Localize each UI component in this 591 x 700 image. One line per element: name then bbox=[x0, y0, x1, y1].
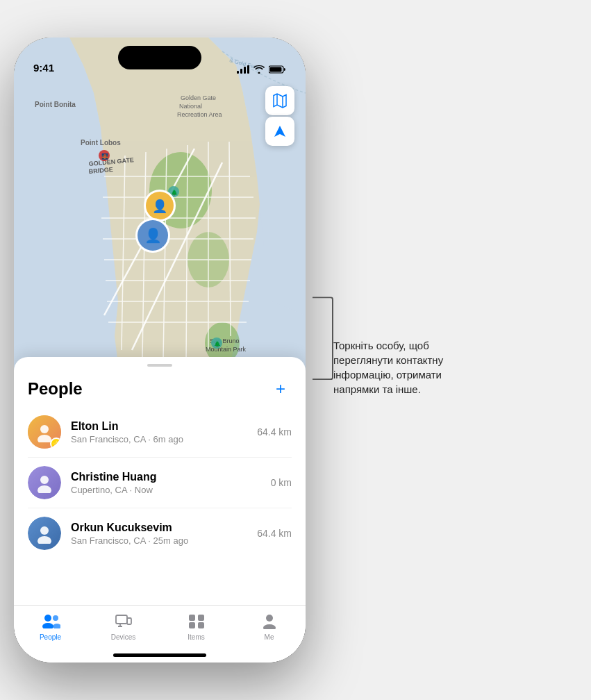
svg-point-73 bbox=[263, 624, 276, 629]
svg-text:National: National bbox=[179, 103, 202, 110]
add-person-button[interactable]: + bbox=[269, 378, 292, 400]
svg-point-58 bbox=[40, 526, 49, 535]
avatar-christine-icon bbox=[34, 472, 55, 493]
svg-point-62 bbox=[53, 615, 58, 621]
tab-people[interactable]: People bbox=[14, 611, 87, 641]
me-icon bbox=[260, 611, 279, 631]
location-button[interactable] bbox=[265, 117, 294, 146]
svg-point-72 bbox=[266, 615, 273, 622]
svg-rect-3 bbox=[247, 65, 249, 74]
status-time: 9:41 bbox=[33, 62, 54, 74]
svg-text:👤: 👤 bbox=[144, 227, 162, 244]
person-name-christine: Christine Huang bbox=[71, 471, 271, 483]
signal-icon bbox=[237, 65, 249, 74]
annotation-text: Торкніть особу, щоб переглянути контактн… bbox=[333, 338, 486, 397]
person-info-elton: Elton Lin San Francisco, CA · 6m ago bbox=[71, 420, 257, 444]
annotation-callout: Торкніть особу, щоб переглянути контактн… bbox=[333, 338, 486, 397]
tab-devices-label: Devices bbox=[111, 633, 136, 641]
svg-text:🌲: 🌲 bbox=[214, 340, 221, 347]
svg-text:Mountain Park: Mountain Park bbox=[206, 346, 247, 353]
svg-point-59 bbox=[38, 536, 51, 544]
person-info-christine: Christine Huang Cupertino, CA · Now bbox=[71, 471, 271, 495]
location-arrow-icon bbox=[273, 124, 287, 138]
svg-point-56 bbox=[40, 476, 49, 484]
phone-screen: 9:41 bbox=[14, 38, 306, 662]
people-icon bbox=[41, 611, 60, 631]
svg-rect-71 bbox=[198, 622, 204, 628]
map-controls bbox=[265, 86, 294, 146]
phone-frame: 9:41 bbox=[14, 38, 306, 662]
person-location-christine: Cupertino, CA · Now bbox=[71, 485, 271, 495]
tab-items-label: Items bbox=[188, 633, 204, 641]
person-item-christine[interactable]: Christine Huang Cupertino, CA · Now 0 km bbox=[28, 458, 292, 508]
home-indicator bbox=[113, 653, 206, 657]
svg-text:Golden Gate: Golden Gate bbox=[181, 94, 216, 101]
map-icon bbox=[272, 93, 288, 108]
tab-me-label: Me bbox=[265, 633, 274, 641]
person-distance-elton: 64.4 km bbox=[257, 426, 292, 438]
svg-rect-68 bbox=[189, 615, 195, 621]
svg-text:Point Lobos: Point Lobos bbox=[81, 139, 121, 147]
svg-point-60 bbox=[44, 615, 51, 622]
svg-rect-1 bbox=[240, 69, 242, 74]
person-name-orkun: Orkun Kucuksevim bbox=[71, 522, 257, 534]
svg-rect-2 bbox=[244, 67, 246, 74]
person-location-elton: San Francisco, CA · 6m ago bbox=[71, 434, 257, 444]
sheet-title: People bbox=[28, 379, 83, 399]
svg-rect-5 bbox=[270, 67, 282, 72]
person-location-orkun: San Francisco, CA · 25m ago bbox=[71, 535, 257, 546]
svg-text:Recreation Area: Recreation Area bbox=[177, 111, 222, 118]
svg-point-61 bbox=[42, 623, 53, 628]
dynamic-island bbox=[118, 46, 201, 69]
svg-text:🌲: 🌲 bbox=[171, 189, 178, 196]
wifi-icon bbox=[253, 65, 265, 74]
avatar-christine bbox=[28, 466, 61, 499]
sheet-header: People + bbox=[14, 367, 306, 407]
svg-point-55 bbox=[38, 435, 51, 442]
person-distance-christine: 0 km bbox=[271, 477, 292, 488]
annotation-bracket bbox=[313, 297, 333, 380]
tab-devices[interactable]: Devices bbox=[87, 611, 160, 641]
tab-items[interactable]: Items bbox=[160, 611, 233, 641]
person-item-elton[interactable]: ⭐ Elton Lin San Francisco, CA · 6m ago 6… bbox=[28, 407, 292, 458]
svg-point-54 bbox=[40, 425, 49, 433]
svg-text:🌉: 🌉 bbox=[101, 153, 108, 160]
status-icons bbox=[237, 65, 286, 74]
avatar-orkun bbox=[28, 517, 61, 550]
tab-me[interactable]: Me bbox=[233, 611, 306, 641]
svg-rect-0 bbox=[237, 71, 239, 74]
devices-icon bbox=[114, 611, 133, 631]
svg-rect-64 bbox=[116, 615, 127, 624]
svg-text:👤: 👤 bbox=[152, 199, 168, 214]
battery-icon bbox=[269, 65, 286, 74]
person-item-orkun[interactable]: Orkun Kucuksevim San Francisco, CA · 25m… bbox=[28, 508, 292, 558]
svg-rect-69 bbox=[198, 615, 204, 621]
svg-text:Point Bonita: Point Bonita bbox=[35, 101, 76, 108]
avatar-orkun-icon bbox=[34, 523, 55, 544]
person-distance-orkun: 64.4 km bbox=[257, 528, 292, 539]
svg-point-57 bbox=[38, 485, 51, 493]
bottom-sheet: People + bbox=[14, 357, 306, 662]
svg-rect-65 bbox=[127, 618, 131, 624]
svg-rect-70 bbox=[189, 622, 195, 628]
map-view-button[interactable] bbox=[265, 86, 294, 115]
people-list: ⭐ Elton Lin San Francisco, CA · 6m ago 6… bbox=[14, 407, 306, 558]
star-badge-elton: ⭐ bbox=[50, 438, 61, 449]
person-info-orkun: Orkun Kucuksevim San Francisco, CA · 25m… bbox=[71, 522, 257, 546]
person-name-elton: Elton Lin bbox=[71, 420, 257, 433]
tab-people-label: People bbox=[40, 633, 61, 641]
avatar-elton: ⭐ bbox=[28, 415, 61, 449]
svg-point-63 bbox=[53, 624, 60, 628]
items-icon bbox=[187, 611, 206, 631]
